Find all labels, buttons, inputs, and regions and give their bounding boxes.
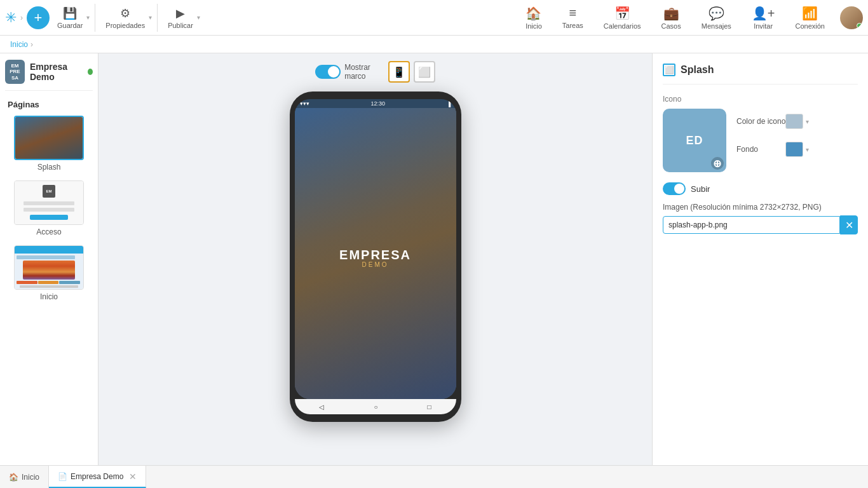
tab-empresa-demo-label: Empresa Demo <box>71 472 123 481</box>
publicar-label: Publicar <box>168 22 193 29</box>
tablet-icon: ⬜ <box>418 66 431 78</box>
splash-logo: EMPRESA DEMO <box>339 248 411 268</box>
app-logo-icon: ✳ <box>5 10 17 26</box>
page-icon-symbol: ⬜ <box>665 65 674 74</box>
tab-close-button[interactable]: ✕ <box>129 471 137 482</box>
nav-home-icon: ○ <box>374 403 377 410</box>
casos-icon: 💼 <box>663 6 679 21</box>
time-display: 12:30 <box>371 100 386 107</box>
acceso-username-field <box>24 201 74 205</box>
app-icon-preview[interactable]: ED ⊕ <box>663 109 726 172</box>
page-item-acceso[interactable]: EM Acceso <box>5 180 93 236</box>
publicar-icon: ▶ <box>176 6 185 20</box>
tab-page-icon: 📄 <box>58 472 67 481</box>
mostrar-marco-toggle-container: Mostrar marco <box>315 63 370 81</box>
subir-toggle[interactable] <box>663 182 686 195</box>
nav-inicio[interactable]: 🏠 Inicio <box>520 3 547 32</box>
publicar-button[interactable]: ▶ Publicar <box>164 4 197 32</box>
propiedades-chevron-icon[interactable]: ▾ <box>149 14 152 21</box>
color-icono-swatch <box>785 114 803 129</box>
nav-mensajes-label: Mensajes <box>702 22 731 30</box>
propiedades-button[interactable]: ⚙ Propiedades <box>102 4 149 32</box>
add-button[interactable]: + <box>27 6 50 29</box>
imagen-clear-button[interactable]: ✕ <box>840 215 858 234</box>
nav-tareas[interactable]: ≡ Tareas <box>557 3 588 32</box>
nav-recent-icon: □ <box>427 403 431 410</box>
app-status-dot <box>88 69 93 75</box>
bottom-tabs: 🏠 Inicio 📄 Empresa Demo ✕ <box>0 465 868 488</box>
fondo-swatch <box>785 142 803 157</box>
propiedades-group: ⚙ Propiedades ▾ <box>102 4 158 32</box>
page-item-inicio[interactable]: 🏠 Inicio <box>5 245 93 301</box>
subir-toggle-row: Subir <box>663 182 858 195</box>
breadcrumb-inicio[interactable]: Inicio <box>10 40 28 49</box>
mensajes-icon: 💬 <box>709 6 724 21</box>
mobile-icon: 📱 <box>393 66 405 78</box>
tab-empresa-demo[interactable]: 📄 Empresa Demo ✕ <box>49 466 146 488</box>
subir-label: Subir <box>691 184 710 194</box>
breadcrumb: Inicio › <box>0 36 868 53</box>
phone-statusbar: ▾▾▾ 12:30 ▐ <box>295 99 456 108</box>
color-icono-label: Color de icono <box>736 117 785 126</box>
tareas-icon: ≡ <box>569 6 577 20</box>
guardar-chevron-icon[interactable]: ▾ <box>86 14 90 21</box>
nav-conexion[interactable]: 📶 Conexión <box>790 3 830 32</box>
color-icono-row: Color de icono ▾ <box>736 114 809 129</box>
panel-page-icon: ⬜ <box>663 64 675 76</box>
publicar-chevron-icon[interactable]: ▾ <box>197 14 200 21</box>
page-item-splash[interactable]: Splash <box>5 116 93 172</box>
guardar-label: Guardar <box>57 22 83 29</box>
imagen-input-row: ✕ <box>663 215 858 234</box>
icono-section: Icono ED ⊕ Color de icono ▾ Fondo <box>663 95 858 172</box>
tablet-device-button[interactable]: ⬜ <box>414 61 435 83</box>
propiedades-label: Propiedades <box>105 22 145 29</box>
mobile-device-button[interactable]: 📱 <box>388 61 410 83</box>
subir-toggle-knob <box>674 184 684 194</box>
mostrar-marco-toggle[interactable] <box>315 65 341 79</box>
canvas-area: Mostrar marco 📱 ⬜ ▾▾▾ 12:30 ▐ <box>98 53 652 465</box>
color-icono-picker[interactable]: ▾ <box>785 114 809 129</box>
nav-calendarios[interactable]: 📅 Calendarios <box>599 3 646 32</box>
fondo-chevron-icon: ▾ <box>806 146 809 153</box>
right-panel: ⬜ Splash Icono ED ⊕ Color de icono ▾ <box>652 53 868 465</box>
publicar-group: ▶ Publicar ▾ <box>164 4 205 32</box>
tab-inicio[interactable]: 🏠 Inicio <box>0 466 49 488</box>
tab-inicio-label: Inicio <box>22 473 39 482</box>
fondo-row: Fondo ▾ <box>736 142 809 157</box>
toolbar-right: 🏠 Inicio ≡ Tareas 📅 Calendarios 💼 Casos … <box>520 3 863 32</box>
splash-background: EMPRESA DEMO <box>295 108 456 399</box>
icon-upload-button[interactable]: ⊕ <box>711 157 724 170</box>
panel-title-row: ⬜ Splash <box>663 64 858 85</box>
user-avatar[interactable] <box>840 6 863 29</box>
device-selector: 📱 ⬜ <box>388 61 435 83</box>
toggle-knob <box>328 66 339 78</box>
guardar-group: 💾 Guardar ▾ <box>53 4 95 32</box>
breadcrumb-chevron-icon: › <box>31 40 33 49</box>
nav-mensajes[interactable]: 💬 Mensajes <box>696 3 736 32</box>
phone-navbar: ◁ ○ □ <box>295 399 456 414</box>
guardar-button[interactable]: 💾 Guardar <box>53 4 86 32</box>
page-thumb-inicio: 🏠 <box>14 245 84 290</box>
fondo-picker[interactable]: ▾ <box>785 142 809 157</box>
page-thumb-acceso: EM <box>14 180 84 225</box>
phone-screen: ▾▾▾ 12:30 ▐ EMPRESA DEMO <box>295 99 456 399</box>
app-name: Empresa Demo <box>30 62 83 82</box>
battery-icon: ▐ <box>447 100 451 107</box>
calendarios-icon: 📅 <box>614 6 630 21</box>
nav-calendarios-label: Calendarios <box>604 22 641 30</box>
acceso-signin-btn <box>30 215 68 220</box>
imagen-input[interactable] <box>663 216 840 234</box>
guardar-icon: 💾 <box>63 6 77 20</box>
phone-frame: ▾▾▾ 12:30 ▐ EMPRESA DEMO ◁ ○ <box>290 92 461 422</box>
icono-row: ED ⊕ Color de icono ▾ Fondo <box>663 109 858 172</box>
canvas-toolbar: Mostrar marco 📱 ⬜ <box>315 61 435 83</box>
imagen-label: Imagen (Resolución mínima 2732×2732, PNG… <box>663 203 858 212</box>
nav-tareas-label: Tareas <box>562 22 583 29</box>
nav-invitar[interactable]: 👤+ Invitar <box>747 3 780 32</box>
sidebar: EMPRESA Empresa Demo Páginas Splash EM A <box>0 53 98 465</box>
mostrar-marco-label: Mostrar marco <box>344 63 370 81</box>
inicio-content: 🏠 <box>15 254 83 289</box>
conexion-icon: 📶 <box>802 6 818 21</box>
tab-home-icon: 🏠 <box>9 473 18 482</box>
nav-casos[interactable]: 💼 Casos <box>656 3 686 32</box>
